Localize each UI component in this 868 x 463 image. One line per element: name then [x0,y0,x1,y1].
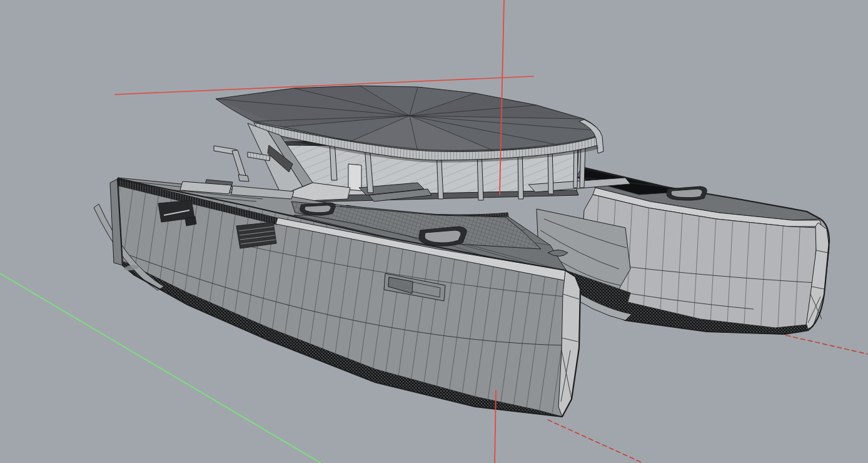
starboard-deck-hatch[interactable] [667,186,707,200]
helm-seat [348,164,361,191]
port-window-2 [236,222,276,248]
axis-red-dashed-far [786,335,868,354]
model-catamaran[interactable] [0,0,868,463]
deck-hatch-port-aft[interactable] [300,203,336,215]
deck-hatch-port-fwd[interactable] [419,226,467,246]
axis-red-dashed-near [548,420,643,463]
viewport-3d[interactable] [0,0,868,463]
